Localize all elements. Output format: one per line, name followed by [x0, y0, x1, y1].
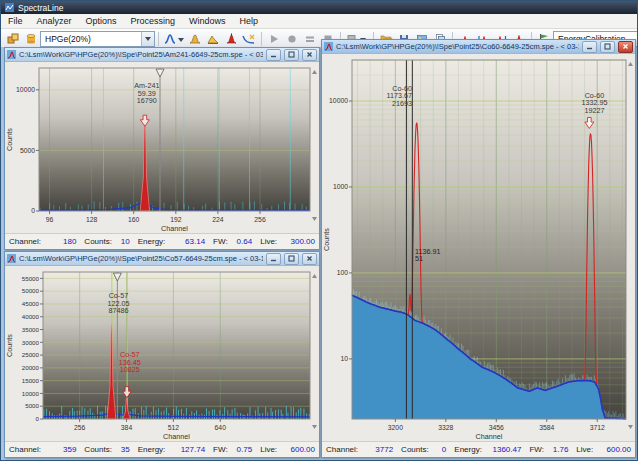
svg-text:3584: 3584	[539, 424, 554, 431]
svg-text:Counts: Counts	[5, 334, 14, 357]
co57-spectrum-chart[interactable]: Co-57122.0587486Co-57136.451082525638451…	[5, 266, 319, 441]
fw-value: 1.76	[553, 445, 569, 454]
svg-text:15000: 15000	[22, 377, 40, 384]
combobox-caret-icon[interactable]	[141, 32, 154, 46]
svg-text:45000: 45000	[22, 300, 40, 307]
channel-value: 359	[63, 445, 76, 454]
counts-label: Counts:	[401, 445, 429, 454]
cascade-windows-icon[interactable]	[4, 31, 22, 47]
energy-value: 127.74	[181, 445, 205, 454]
database-icon[interactable]	[22, 31, 40, 47]
detector-combobox-value: HPGe(20%)	[45, 34, 91, 44]
svg-text:10000: 10000	[329, 97, 348, 104]
counts-value: 10	[121, 237, 130, 246]
maximize-button[interactable]	[600, 41, 615, 53]
svg-text:Co-57136.4510825: Co-57136.4510825	[119, 350, 141, 374]
co57-titlebar[interactable]: C:\Lsm\Work\GP\HPGe(20%)\!Spe\Point25\Co…	[5, 252, 319, 266]
maximize-button[interactable]	[284, 253, 299, 265]
co60-statusbar: Channel:3772 Counts:0 Energy:1360.47 FW:…	[322, 441, 635, 457]
efficiency-curve-icon[interactable]	[240, 31, 258, 47]
svg-text:Channel: Channel	[476, 432, 503, 441]
am241-titlebar[interactable]: C:\Lsm\Work\GP\HPGe(20%)\!Spe\Point25\Am…	[5, 48, 319, 62]
am241-statusbar: Channel:180 Counts:10 Energy:63.14 FW:0.…	[5, 233, 319, 249]
menu-help[interactable]: Help	[233, 16, 266, 26]
svg-text:Am-24159.3916790: Am-24159.3916790	[134, 81, 159, 105]
toolbar-separator	[261, 32, 262, 46]
menu-file[interactable]: File	[1, 16, 30, 26]
svg-text:Co-601332.9519227: Co-601332.9519227	[581, 91, 607, 115]
svg-text:96: 96	[46, 216, 54, 223]
mdi-area: C:\Lsm\Work\GP\HPGe(20%)\!Spe\Point25\Am…	[1, 47, 637, 460]
svg-text:0: 0	[31, 207, 35, 214]
energy-label: Energy:	[138, 237, 166, 246]
peak-search-icon[interactable]	[162, 31, 186, 47]
svg-text:10000: 10000	[16, 86, 35, 93]
svg-text:Counts: Counts	[5, 128, 14, 151]
svg-text:192: 192	[170, 216, 182, 223]
detector-combobox[interactable]: HPGe(20%)	[40, 31, 155, 47]
svg-text:512: 512	[168, 424, 180, 431]
fw-value: 0.75	[237, 445, 253, 454]
toolbar-separator	[158, 32, 159, 46]
svg-text:30000: 30000	[22, 339, 40, 346]
fw-label: FW:	[213, 445, 228, 454]
am241-window-title: C:\Lsm\Work\GP\HPGe(20%)\!Spe\Point25\Am…	[19, 50, 263, 59]
svg-text:10: 10	[340, 355, 348, 362]
minimize-button[interactable]	[582, 41, 597, 53]
spectrum-window-am241: C:\Lsm\Work\GP\HPGe(20%)\!Spe\Point25\Am…	[4, 47, 320, 250]
menu-windows[interactable]: Windows	[182, 16, 233, 26]
close-button[interactable]	[302, 253, 317, 265]
spectrum-window-icon	[7, 254, 16, 263]
spectraline-window: SpectraLine File Analyzer Options Proces…	[0, 0, 638, 461]
co60-titlebar[interactable]: C:\Lsm\Work\GP\HPGe(20%)\!Spe\Point25\Co…	[322, 40, 635, 54]
counts-label: Counts:	[84, 445, 112, 454]
live-label: Live:	[576, 445, 593, 454]
minimize-button[interactable]	[266, 253, 281, 265]
svg-text:Channel: Channel	[161, 224, 188, 233]
app-title: SpectraLine	[18, 3, 63, 13]
live-label: Live:	[260, 445, 277, 454]
nuclide-marker-icon[interactable]	[222, 31, 240, 47]
fw-value: 0.64	[237, 237, 253, 246]
svg-text:Channel: Channel	[163, 432, 190, 441]
close-button[interactable]	[618, 41, 633, 53]
menu-options[interactable]: Options	[79, 16, 124, 26]
energy-label: Energy:	[138, 445, 166, 454]
counts-value: 35	[121, 445, 130, 454]
svg-text:0: 0	[36, 415, 40, 422]
svg-text:256: 256	[74, 424, 86, 431]
svg-text:5000: 5000	[25, 402, 39, 409]
close-button[interactable]	[302, 49, 317, 61]
pause-icon[interactable]	[301, 31, 319, 47]
co60-window-title: C:\Lsm\Work\GP\HPGe(20%)\!Spe\Point25\Co…	[336, 42, 579, 51]
maximize-button[interactable]	[284, 49, 299, 61]
record-icon[interactable]	[283, 31, 301, 47]
live-value: 300.00	[291, 237, 315, 246]
svg-text:25000: 25000	[22, 351, 40, 358]
peak-fit-icon[interactable]	[186, 31, 204, 47]
svg-text:5000: 5000	[20, 147, 35, 154]
spectrum-window-co60: C:\Lsm\Work\GP\HPGe(20%)\!Spe\Point25\Co…	[321, 39, 636, 458]
spectrum-window-icon	[7, 50, 16, 59]
channel-label: Channel:	[326, 445, 358, 454]
menu-analyzer[interactable]: Analyzer	[30, 16, 79, 26]
energy-value: 63.14	[185, 237, 205, 246]
app-icon	[5, 3, 14, 12]
svg-text:55000: 55000	[22, 275, 40, 282]
fw-label: FW:	[213, 237, 228, 246]
menu-processing[interactable]: Processing	[124, 16, 183, 26]
svg-text:20000: 20000	[22, 364, 40, 371]
channel-label: Channel:	[9, 237, 41, 246]
am241-spectrum-chart[interactable]: Am-24159.3916790961281601922242560500010…	[5, 62, 319, 233]
co60-spectrum-chart[interactable]: Co-601173.6721693Co-601332.95192271136.9…	[322, 54, 635, 441]
peak-area-icon[interactable]	[204, 31, 222, 47]
svg-text:10000: 10000	[22, 390, 40, 397]
svg-text:Counts: Counts	[322, 228, 331, 251]
play-icon[interactable]	[265, 31, 283, 47]
svg-text:128: 128	[86, 216, 98, 223]
live-value: 600.00	[291, 445, 315, 454]
minimize-button[interactable]	[266, 49, 281, 61]
main-titlebar[interactable]: SpectraLine	[1, 1, 637, 14]
svg-text:Co-57122.0587486: Co-57122.0587486	[107, 291, 129, 315]
spectrum-window-icon	[324, 42, 333, 51]
